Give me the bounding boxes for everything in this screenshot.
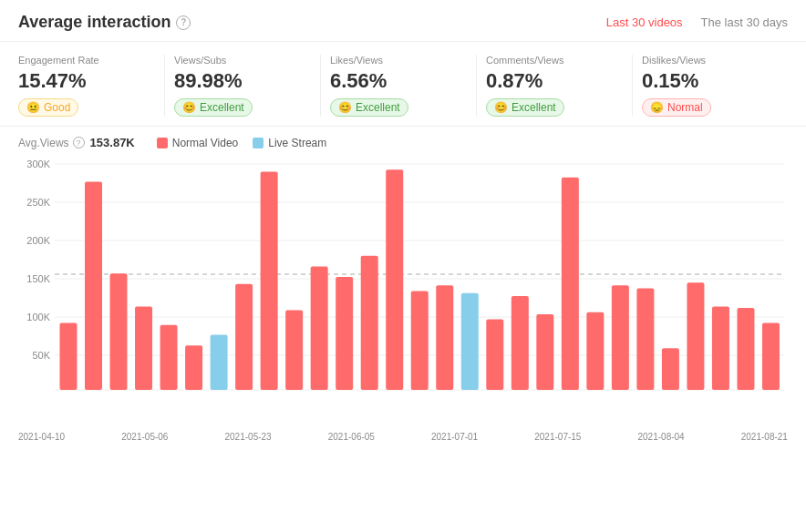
metric-label-1: Views/Subs xyxy=(174,55,311,66)
badge-0: 😐 Good xyxy=(18,98,78,117)
svg-text:200K: 200K xyxy=(26,235,50,246)
metric-engagement-rate: Engagement Rate 15.47% 😐 Good xyxy=(18,55,165,117)
badge-4: 😞 Normal xyxy=(642,98,711,117)
svg-rect-40 xyxy=(712,307,729,390)
svg-rect-37 xyxy=(636,288,654,390)
svg-rect-25 xyxy=(336,277,353,390)
tab-last30days[interactable]: The last 30 days xyxy=(701,15,788,29)
svg-rect-31 xyxy=(486,320,503,391)
metric-label-4: Dislikes/Views xyxy=(642,55,779,66)
metric-label-0: Engagement Rate xyxy=(18,55,155,66)
badge-emoji-4: 😞 xyxy=(650,101,664,114)
chart-info-icon[interactable]: ? xyxy=(73,137,85,148)
svg-text:250K: 250K xyxy=(26,197,50,208)
legend-blue-dot xyxy=(253,138,264,148)
chart-avg-label: Avg.Views ? 153.87K xyxy=(18,136,135,149)
svg-rect-19 xyxy=(185,345,202,390)
metric-likes-views: Likes/Views 6.56% 😊 Excellent xyxy=(321,55,477,117)
tab-last30videos[interactable]: Last 30 videos xyxy=(606,15,683,29)
metric-dislikes-views: Dislikes/Views 0.15% 😞 Normal xyxy=(633,55,788,117)
badge-3: 😊 Excellent xyxy=(486,98,564,117)
badge-label-3: Excellent xyxy=(512,101,556,114)
avg-views-label: Avg.Views xyxy=(18,137,69,149)
legend-red-dot xyxy=(157,138,168,148)
svg-text:150K: 150K xyxy=(26,273,50,284)
metrics-row: Engagement Rate 15.47% 😐 Good Views/Subs… xyxy=(0,42,806,127)
svg-rect-33 xyxy=(536,314,553,390)
page-header: Average interaction ? Last 30 videos The… xyxy=(0,0,806,42)
badge-emoji-2: 😊 xyxy=(338,101,352,114)
svg-rect-14 xyxy=(60,322,78,390)
header-tabs: Last 30 videos The last 30 days xyxy=(606,15,788,29)
badge-label-4: Normal xyxy=(667,101,703,114)
badge-emoji-1: 😊 xyxy=(182,101,196,114)
badge-label-2: Excellent xyxy=(356,101,400,114)
badge-emoji-0: 😐 xyxy=(26,101,40,114)
metric-value-4: 0.15% xyxy=(642,69,779,93)
metric-value-0: 15.47% xyxy=(18,69,155,93)
legend-live-stream: Live Stream xyxy=(253,137,326,149)
chart-area: 300K 250K 200K 150K 100K 50K xyxy=(0,155,806,437)
svg-rect-20 xyxy=(211,335,228,390)
metric-label-3: Comments/Views xyxy=(486,55,623,66)
svg-rect-17 xyxy=(135,307,152,390)
svg-rect-30 xyxy=(461,293,479,390)
metric-value-1: 89.98% xyxy=(174,69,311,93)
svg-rect-28 xyxy=(411,292,429,391)
chart-legend: Normal Video Live Stream xyxy=(157,137,327,149)
metric-value-2: 6.56% xyxy=(330,69,467,93)
svg-rect-41 xyxy=(737,308,754,390)
legend-normal-video: Normal Video xyxy=(157,137,238,149)
legend-live-label: Live Stream xyxy=(268,137,326,149)
svg-rect-22 xyxy=(261,172,278,390)
chart-header: Avg.Views ? 153.87K Normal Video Live St… xyxy=(0,127,806,155)
svg-rect-23 xyxy=(285,310,303,390)
metric-value-3: 0.87% xyxy=(486,69,623,93)
svg-rect-18 xyxy=(160,325,178,390)
legend-normal-label: Normal Video xyxy=(172,137,238,149)
svg-rect-29 xyxy=(436,285,453,390)
metric-views-subs: Views/Subs 89.98% 😊 Excellent xyxy=(165,55,321,117)
metric-comments-views: Comments/Views 0.87% 😊 Excellent xyxy=(477,55,633,117)
title-text: Average interaction xyxy=(18,13,170,32)
svg-rect-26 xyxy=(361,256,378,390)
svg-rect-16 xyxy=(110,273,128,390)
svg-text:300K: 300K xyxy=(26,159,50,169)
info-icon[interactable]: ? xyxy=(176,15,191,30)
metric-label-2: Likes/Views xyxy=(330,55,467,66)
svg-rect-38 xyxy=(662,348,679,390)
svg-rect-24 xyxy=(311,266,328,390)
avg-views-value: 153.87K xyxy=(90,136,135,149)
chart-container: 300K 250K 200K 150K 100K 50K xyxy=(18,155,788,428)
svg-text:50K: 50K xyxy=(32,350,50,361)
svg-rect-35 xyxy=(586,312,604,390)
page-title: Average interaction ? xyxy=(18,13,191,32)
svg-rect-42 xyxy=(762,322,780,390)
svg-rect-21 xyxy=(235,284,253,390)
svg-rect-39 xyxy=(687,282,704,390)
svg-rect-32 xyxy=(512,296,529,390)
chart-svg: 300K 250K 200K 150K 100K 50K xyxy=(18,155,788,428)
svg-rect-34 xyxy=(562,178,579,390)
svg-rect-15 xyxy=(85,181,102,390)
badge-2: 😊 Excellent xyxy=(330,98,408,117)
svg-rect-36 xyxy=(612,285,629,390)
badge-label-1: Excellent xyxy=(200,101,244,114)
badge-1: 😊 Excellent xyxy=(174,98,253,117)
badge-emoji-3: 😊 xyxy=(494,101,508,114)
badge-label-0: Good xyxy=(44,101,70,114)
svg-rect-27 xyxy=(386,169,403,390)
svg-text:100K: 100K xyxy=(26,312,50,322)
